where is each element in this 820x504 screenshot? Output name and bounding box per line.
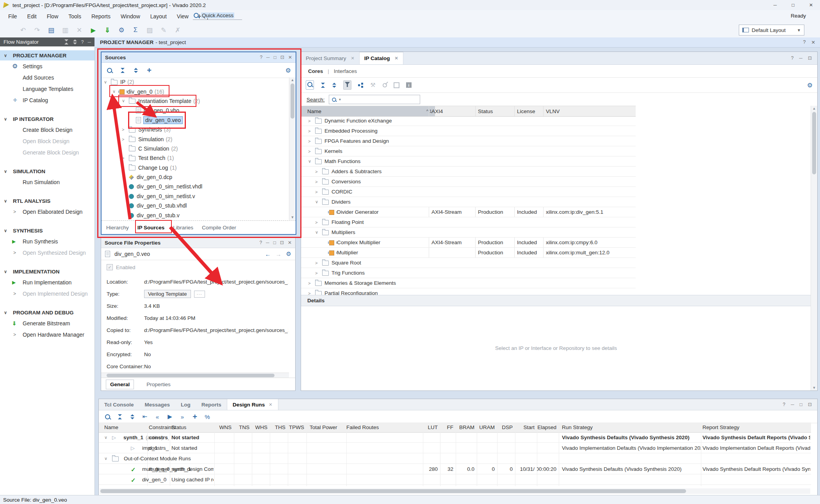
toolbar-button[interactable]: ⇓ (102, 25, 113, 35)
scroll-down-icon[interactable]: ▼ (289, 215, 296, 219)
tab-close-icon[interactable]: ✕ (395, 56, 398, 61)
vertical-scrollbar[interactable]: ▲ ▼ (289, 77, 296, 220)
catalog-row[interactable]: Multiplier Production Included xilinx.co… (301, 248, 636, 258)
tab-interfaces[interactable]: Interfaces (334, 68, 357, 74)
horizontal-scrollbar[interactable] (100, 488, 810, 494)
chevron-icon[interactable]: > (315, 190, 322, 194)
menu-item[interactable]: Tools (63, 11, 86, 21)
chevron-icon[interactable]: ∨ (104, 456, 110, 461)
catalog-row[interactable]: Divider Generator AXI4-Stream Production… (301, 207, 636, 217)
sources-tab[interactable]: Libraries (173, 225, 193, 231)
close-button[interactable]: ✕ (802, 0, 820, 10)
search-icon[interactable] (107, 68, 112, 73)
minimize-icon[interactable]: ─ (791, 402, 794, 407)
column-header-vlnv[interactable]: VLNV (543, 106, 638, 116)
console-tab[interactable]: Messages (139, 399, 176, 410)
forward-icon[interactable]: → (276, 251, 282, 257)
chevron-icon[interactable]: > (308, 119, 315, 123)
chevron-icon[interactable]: ∨ (308, 159, 315, 164)
chip-icon[interactable] (394, 82, 399, 88)
tree-item[interactable]: div_gen_0.veo (102, 115, 289, 125)
flow-navigator-item[interactable]: Open Synthesized Design (0, 247, 94, 258)
toolbar-button[interactable]: ↷ (31, 25, 43, 35)
tree-item[interactable]: div_gen_0.vho (102, 106, 289, 115)
menu-item[interactable]: View (172, 11, 194, 21)
flow-navigator-item[interactable]: Open Elaborated Design (0, 206, 94, 217)
chevron-icon[interactable]: ∨ (104, 435, 110, 440)
help-icon[interactable]: ? (81, 39, 84, 45)
toolbar-button[interactable]: ▨ (144, 25, 155, 35)
catalog-row[interactable]: > Embedded Processing (301, 126, 636, 136)
console-tab[interactable]: Tcl Console (99, 399, 139, 410)
tree-item[interactable]: div_gen_0_stub.vhdl (102, 201, 289, 210)
editor-tab[interactable]: IP Catalog ✕ (360, 52, 403, 64)
help-icon[interactable]: ? (260, 55, 262, 60)
properties-tab[interactable]: Properties (143, 380, 175, 389)
column-header[interactable]: WNS (216, 422, 232, 432)
editor-tab[interactable]: Project Summary ✕ (301, 52, 360, 64)
close-icon[interactable]: ✕ (288, 240, 292, 245)
close-icon[interactable]: ✕ (288, 55, 292, 60)
tree-item[interactable]: > Test Bench (1) (102, 153, 289, 163)
catalog-row[interactable]: ∨ Math Functions (301, 156, 636, 167)
chevron-icon[interactable]: > (308, 149, 315, 154)
runs-toolbar-button[interactable]: ▶ (167, 412, 173, 421)
float-icon[interactable]: ⊡ (280, 240, 284, 245)
column-header[interactable]: LUT (423, 422, 438, 432)
tree-item[interactable]: > Change Log (1) (102, 163, 289, 172)
flow-navigator-item[interactable]: Open Hardware Manager (0, 329, 94, 340)
flow-navigator-item[interactable]: Generate Bitstream (0, 318, 94, 329)
minimize-icon[interactable]: ─ (266, 240, 269, 245)
catalog-row[interactable]: > Square Root (301, 258, 636, 268)
menu-item[interactable]: Window (116, 11, 145, 21)
minimize-button[interactable]: ─ (766, 0, 784, 10)
column-header-name[interactable]: Name ^ 1 (301, 106, 435, 116)
help-icon[interactable]: ? (791, 55, 794, 61)
chevron-icon[interactable]: > (308, 281, 315, 286)
scroll-up-icon[interactable]: ▲ (811, 106, 817, 110)
tree-item[interactable]: div_gen_0.dcp (102, 172, 289, 182)
quick-access-search[interactable]: Quick Access (193, 11, 242, 20)
flow-navigator-item[interactable]: Run Simulation (0, 176, 94, 188)
tree-item[interactable]: ∨ Instantiation Template (2) (102, 96, 289, 106)
design-run-row[interactable]: impl_1 constrs_1 Not started Vivado Impl… (99, 443, 811, 453)
column-header[interactable]: DSP (497, 422, 513, 432)
flow-navigator-item[interactable]: Language Templates (0, 83, 94, 94)
toolbar-button[interactable] (3, 25, 15, 35)
collapse-all-icon[interactable] (118, 414, 122, 419)
flow-navigator-item[interactable]: Open Block Design (0, 135, 94, 147)
design-run-row[interactable]: ∨ Out-of-Context Module Runs (99, 453, 811, 464)
toolbar-button[interactable]: Σ (130, 25, 141, 35)
design-run-row[interactable]: ∨ synth_1 (active) constrs_1 Not started… (99, 432, 811, 443)
design-run-row[interactable]: div_gen_0 Using cached IP results (99, 474, 811, 485)
column-header[interactable]: THS (270, 422, 285, 432)
chevron-icon[interactable]: > (122, 137, 129, 142)
tree-item[interactable]: > Synthesis (3) (102, 125, 289, 134)
flow-navigator-item[interactable]: Generate Block Design (0, 147, 94, 158)
column-header[interactable]: Status (171, 422, 214, 432)
tab-close-icon[interactable]: ✕ (269, 402, 272, 407)
horizontal-scrollbar[interactable] (101, 373, 289, 378)
tree-item[interactable]: > Simulation (2) (102, 134, 289, 144)
flow-navigator-item[interactable]: SIMULATION (0, 166, 94, 176)
chevron-icon[interactable]: > (122, 127, 129, 132)
minimize-icon[interactable]: ─ (266, 55, 270, 60)
float-icon[interactable]: ⊡ (808, 402, 812, 407)
expand-all-icon[interactable] (130, 414, 135, 419)
column-header[interactable]: Start (515, 422, 535, 432)
tree-item[interactable]: ∨ IP (2) (102, 77, 289, 87)
collapse-all-icon[interactable] (321, 83, 325, 88)
help-icon[interactable]: ? (259, 240, 262, 245)
runs-toolbar-button[interactable]: + (192, 412, 198, 421)
column-header[interactable]: Total Power (310, 422, 345, 432)
catalog-row[interactable]: > Adders & Subtracters (301, 167, 636, 177)
expand-all-icon[interactable] (332, 83, 337, 88)
add-sources-icon[interactable]: + (146, 66, 152, 75)
toolbar-button[interactable]: ✕ (73, 25, 85, 35)
column-header[interactable]: BRAM (456, 422, 474, 432)
flow-navigator-item[interactable]: Settings (0, 60, 94, 72)
catalog-row[interactable]: > Conversions (301, 177, 636, 187)
scroll-down-icon[interactable]: ▼ (811, 386, 817, 390)
toolbar-button[interactable]: ↶ (17, 25, 29, 35)
tree-item[interactable]: C Simulation (2) (102, 144, 289, 153)
